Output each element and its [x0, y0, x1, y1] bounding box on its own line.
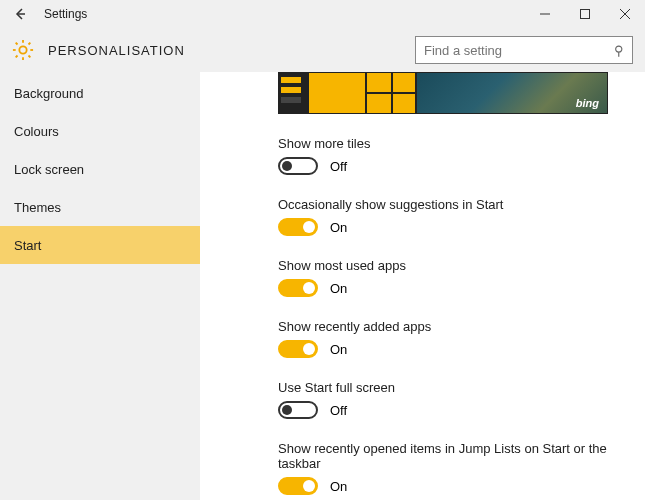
setting-label: Show recently opened items in Jump Lists… — [278, 441, 645, 471]
svg-line-9 — [16, 43, 18, 45]
toggle-state: Off — [330, 403, 347, 418]
sidebar-item-lock-screen[interactable]: Lock screen — [0, 150, 200, 188]
toggle-most-used[interactable] — [278, 279, 318, 297]
toggle-state: On — [330, 342, 347, 357]
sidebar-item-start[interactable]: Start — [0, 226, 200, 264]
toggle-fullscreen[interactable] — [278, 401, 318, 419]
setting-label: Show recently added apps — [278, 319, 645, 334]
toggle-state: On — [330, 479, 347, 494]
toggle-show-more-tiles[interactable] — [278, 157, 318, 175]
page-title: PERSONALISATION — [48, 43, 185, 58]
setting-label: Show more tiles — [278, 136, 645, 151]
sidebar: Background Colours Lock screen Themes St… — [0, 72, 200, 500]
toggle-suggestions[interactable] — [278, 218, 318, 236]
sidebar-item-label: Colours — [14, 124, 59, 139]
sidebar-item-colours[interactable]: Colours — [0, 112, 200, 150]
search-icon: ⚲ — [614, 43, 624, 58]
svg-line-12 — [29, 43, 31, 45]
sidebar-item-label: Themes — [14, 200, 61, 215]
sidebar-item-themes[interactable]: Themes — [0, 188, 200, 226]
maximize-button[interactable] — [565, 0, 605, 28]
titlebar: Settings — [0, 0, 645, 28]
close-button[interactable] — [605, 0, 645, 28]
window-controls — [525, 0, 645, 28]
svg-line-10 — [29, 56, 31, 58]
start-preview: bing — [278, 72, 608, 114]
svg-rect-1 — [581, 10, 590, 19]
toggle-state: On — [330, 220, 347, 235]
toggle-state: On — [330, 281, 347, 296]
window-title: Settings — [44, 7, 87, 21]
bing-logo: bing — [576, 97, 599, 109]
desktop-preview: bing — [417, 73, 607, 113]
toggle-state: Off — [330, 159, 347, 174]
toggle-recently-added[interactable] — [278, 340, 318, 358]
setting-label: Show most used apps — [278, 258, 645, 273]
minimize-button[interactable] — [525, 0, 565, 28]
arrow-left-icon — [13, 7, 27, 21]
header: PERSONALISATION ⚲ — [0, 28, 645, 72]
gear-icon — [12, 39, 34, 61]
minimize-icon — [540, 9, 550, 19]
search-input[interactable] — [424, 43, 614, 58]
close-icon — [620, 9, 630, 19]
svg-line-11 — [16, 56, 18, 58]
sidebar-item-label: Background — [14, 86, 83, 101]
setting-label: Occasionally show suggestions in Start — [278, 197, 645, 212]
maximize-icon — [580, 9, 590, 19]
setting-label: Use Start full screen — [278, 380, 645, 395]
search-box[interactable]: ⚲ — [415, 36, 633, 64]
sidebar-item-background[interactable]: Background — [0, 74, 200, 112]
svg-point-4 — [19, 46, 26, 53]
toggle-jumplists[interactable] — [278, 477, 318, 495]
sidebar-item-label: Start — [14, 238, 41, 253]
sidebar-item-label: Lock screen — [14, 162, 84, 177]
content-pane: bing Show more tiles Off Occasionally sh… — [200, 72, 645, 500]
back-button[interactable] — [0, 0, 40, 28]
